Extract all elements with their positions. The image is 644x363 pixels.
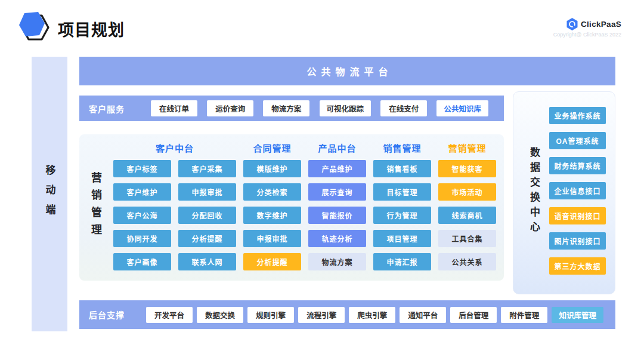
module-cell[interactable]: 联系人网 (178, 253, 236, 270)
data-exchange-cells: 业务操作系统 OA管理系统 财务结算系统 企业信息接口 语音识别接口 图片识别接… (549, 107, 606, 275)
clickpaas-logo-text: ClickPaaS (581, 20, 621, 29)
module-cell[interactable]: 分类检索 (243, 183, 301, 201)
module-cell[interactable]: 第三方大数据 (549, 257, 606, 275)
backend-support-row: 后台支撑 开发平台 数据交换 规则引擎 流程引擎 爬虫引擎 通知平台 后台管理 … (79, 300, 615, 329)
hexagon-logo-icon (16, 11, 53, 45)
button-attachment-management[interactable]: 附件管理 (501, 307, 547, 323)
marketing-management-side-label: 营销管理 (88, 172, 103, 244)
column-header-contract-management: 合同管理 (243, 141, 301, 154)
module-cell[interactable]: 模版维护 (243, 160, 301, 177)
button-online-payment[interactable]: 在线支付 (380, 100, 427, 116)
module-cell[interactable]: 销售看板 (373, 160, 431, 177)
module-cell[interactable]: 图片识别接口 (549, 232, 606, 250)
data-exchange-center-side-label: 数据交换中心 (527, 147, 541, 239)
button-process-engine[interactable]: 流程引擎 (298, 307, 345, 323)
logistics-platform-banner-label: 公共物流平台 (302, 64, 392, 78)
button-backend-management[interactable]: 后台管理 (450, 307, 497, 323)
button-knowledge-base-management[interactable]: 知识库管理 (552, 307, 603, 323)
module-cell[interactable]: 公共关系 (438, 253, 496, 270)
button-freight-query[interactable]: 运价查询 (207, 100, 253, 116)
module-cell[interactable]: 市场活动 (438, 183, 496, 201)
module-cell[interactable]: 客户画像 (113, 253, 171, 270)
module-cell[interactable]: 物流方案 (308, 253, 366, 270)
customer-service-label: 客户服务 (89, 103, 125, 115)
module-cell[interactable]: 展示查询 (308, 183, 366, 201)
button-online-order[interactable]: 在线订单 (151, 100, 197, 116)
button-visual-tracking[interactable]: 可视化跟踪 (320, 100, 371, 116)
clickpaas-logo: ClickPaaS Copyright@ ClickPaaS 2022 (553, 18, 621, 38)
copyright-text: Copyright@ ClickPaaS 2022 (553, 32, 621, 38)
clickpaas-hexagon-icon (566, 18, 578, 30)
backend-support-buttons: 开发平台 数据交换 规则引擎 流程引擎 爬虫引擎 通知平台 后台管理 附件管理 … (146, 307, 603, 323)
module-grid: 客户中台 合同管理 产品中台 销售管理 营销管理 客户标签 客户采集 模版维护 … (113, 141, 496, 270)
module-cell[interactable]: 工具合集 (438, 230, 496, 247)
button-dev-platform[interactable]: 开发平台 (146, 307, 193, 323)
column-header-sales-management: 销售管理 (373, 141, 431, 154)
module-cell[interactable]: 申请汇报 (373, 253, 431, 270)
module-cell[interactable]: 业务操作系统 (549, 107, 606, 124)
module-cell[interactable]: 客户采集 (178, 160, 236, 177)
customer-service-buttons: 在线订单 运价查询 物流方案 可视化跟踪 在线支付 公共知识库 (151, 100, 488, 116)
module-cell[interactable]: OA管理系统 (549, 132, 606, 149)
module-cell[interactable]: 语音识别接口 (549, 207, 606, 224)
project-planning-diagram: 项目规划 ClickPaaS Copyright@ ClickPaaS 2022… (0, 0, 644, 363)
module-cell[interactable]: 企业信息接口 (549, 182, 606, 199)
module-cell[interactable]: 智能获客 (438, 160, 496, 177)
module-cell[interactable]: 协同开发 (113, 230, 171, 247)
module-cell[interactable]: 申报审批 (178, 183, 236, 201)
mobile-side-bar-label: 移动端 (42, 165, 57, 224)
module-cell[interactable]: 申报审批 (243, 230, 301, 247)
data-exchange-center-panel: 数据交换中心 业务操作系统 OA管理系统 财务结算系统 企业信息接口 语音识别接… (513, 91, 615, 294)
module-cell[interactable]: 产品维护 (308, 160, 366, 177)
button-public-knowledge-base[interactable]: 公共知识库 (436, 100, 488, 116)
button-data-exchange[interactable]: 数据交换 (197, 307, 243, 323)
module-cell[interactable]: 行为管理 (373, 207, 431, 224)
page-title: 项目规划 (58, 17, 125, 41)
module-cell[interactable]: 轨迹分析 (308, 230, 366, 247)
column-header-customer-platform: 客户中台 (113, 141, 236, 154)
mobile-side-bar: 移动端 (32, 57, 67, 331)
module-cell[interactable]: 数字维护 (243, 207, 301, 224)
marketing-management-panel: 营销管理 客户中台 合同管理 产品中台 销售管理 营销管理 客户标签 客户采集 … (79, 134, 504, 281)
button-notification-platform[interactable]: 通知平台 (400, 307, 446, 323)
module-cell[interactable]: 项目管理 (373, 230, 431, 247)
module-cell[interactable]: 目标管理 (373, 183, 431, 201)
module-cell[interactable]: 客户标签 (113, 160, 171, 177)
backend-support-label: 后台支撑 (89, 309, 125, 321)
module-cell[interactable]: 智能报价 (308, 207, 366, 224)
module-cell[interactable]: 客户维护 (113, 183, 171, 201)
module-cell[interactable]: 分配回收 (178, 207, 236, 224)
module-cell[interactable]: 财务结算系统 (549, 157, 606, 174)
button-crawler-engine[interactable]: 爬虫引擎 (349, 307, 395, 323)
button-rule-engine[interactable]: 规则引擎 (247, 307, 294, 323)
column-header-product-platform: 产品中台 (308, 141, 366, 154)
logistics-platform-banner: 公共物流平台 (79, 57, 615, 85)
column-header-marketing-management: 营销管理 (438, 141, 496, 154)
module-cell[interactable]: 分析提醒 (178, 230, 236, 247)
button-logistics-plan[interactable]: 物流方案 (263, 100, 309, 116)
module-cell[interactable]: 线索商机 (438, 207, 496, 224)
module-cell[interactable]: 分析提醒 (243, 253, 301, 270)
customer-service-row: 客户服务 在线订单 运价查询 物流方案 可视化跟踪 在线支付 公共知识库 (79, 96, 504, 121)
module-cell[interactable]: 客户公海 (113, 207, 171, 224)
